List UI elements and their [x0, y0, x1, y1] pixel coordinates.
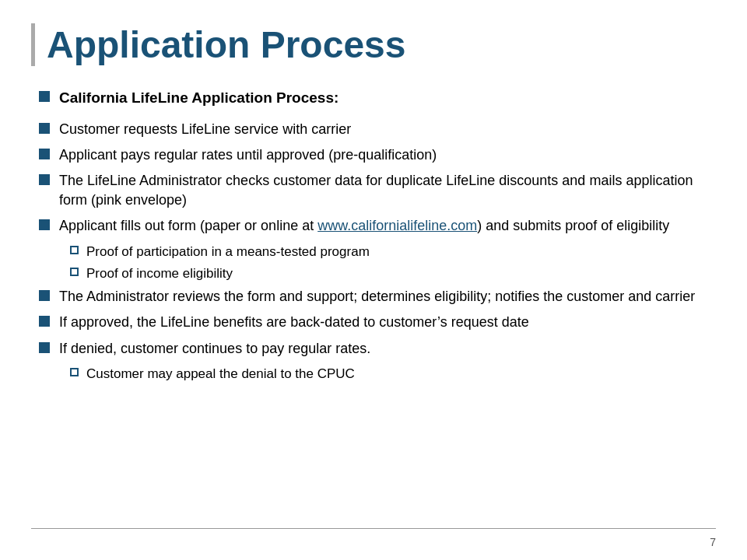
sub-bullet-square-icon — [70, 368, 79, 376]
bullet-text-before: Applicant fills out form (paper or onlin… — [59, 218, 317, 233]
california-lifeline-link[interactable]: www.californialifeline.com — [317, 218, 477, 233]
bullet-text: If approved, the LifeLine benefits are b… — [59, 313, 529, 332]
sub-bullet-square-icon — [70, 246, 79, 254]
sub-bullet-square-icon — [70, 268, 79, 276]
bullet-square-icon — [39, 123, 50, 134]
bullet-text-after: ) and submits proof of eligibility — [477, 218, 669, 233]
heading-bullet: California LifeLine Application Process: — [39, 88, 716, 109]
list-item: Applicant pays regular rates until appro… — [39, 145, 716, 165]
slide-title: Application Process — [31, 23, 716, 66]
bullet-square-icon — [39, 91, 50, 102]
list-item: The Administrator reviews the form and s… — [39, 287, 716, 306]
bullet-square-icon — [39, 174, 50, 185]
bullet-text: If denied, customer continues to pay reg… — [59, 339, 370, 359]
sub-bullet-text: Proof of participation in a means-tested… — [86, 243, 370, 261]
sub-list-item: Proof of income eligibility — [70, 264, 716, 283]
list-item: If denied, customer continues to pay reg… — [39, 339, 716, 359]
sub-bullet-text: Proof of income eligibility — [86, 264, 233, 283]
heading-text: California LifeLine Application Process: — [59, 88, 338, 109]
bottom-divider — [31, 528, 716, 529]
bullet-square-icon — [39, 290, 50, 301]
page-number: 7 — [710, 536, 716, 548]
bullet-text: The LifeLine Administrator checks custom… — [59, 171, 716, 210]
slide-container: Application Process California LifeLine … — [0, 0, 747, 560]
bullet-text: Applicant pays regular rates until appro… — [59, 145, 437, 165]
bullet-square-icon — [39, 149, 50, 159]
bullet-text: The Administrator reviews the form and s… — [59, 287, 695, 306]
bullet-square-icon — [39, 219, 50, 230]
bullet-square-icon — [39, 342, 50, 353]
content-area: California LifeLine Application Process:… — [31, 88, 716, 383]
bullet-text: Customer requests LifeLine service with … — [59, 120, 351, 139]
list-item: If approved, the LifeLine benefits are b… — [39, 313, 716, 332]
bullet-square-icon — [39, 316, 50, 327]
list-item: The LifeLine Administrator checks custom… — [39, 171, 716, 210]
sub-list-item: Proof of participation in a means-tested… — [70, 243, 716, 261]
bullet-text-with-link: Applicant fills out form (paper or onlin… — [59, 216, 669, 236]
sub-list-item: Customer may appeal the denial to the CP… — [70, 365, 716, 383]
list-item: Applicant fills out form (paper or onlin… — [39, 216, 716, 236]
list-item: Customer requests LifeLine service with … — [39, 120, 716, 139]
sub-bullet-text: Customer may appeal the denial to the CP… — [86, 365, 355, 383]
